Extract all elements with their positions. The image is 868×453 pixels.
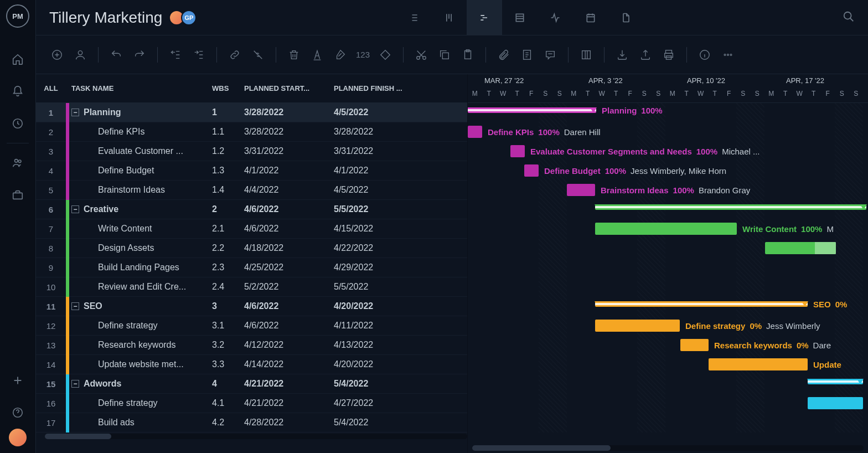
gantt-task-bar[interactable]: Evaluate Customer Segments and Needs100%… bbox=[510, 145, 525, 157]
gantt-row[interactable]: SEO0% bbox=[468, 297, 868, 316]
collapse-icon[interactable]: − bbox=[71, 380, 79, 388]
task-row[interactable]: 7 Write Content 2.1 4/6/2022 4/15/2022 bbox=[36, 219, 467, 239]
columns-button[interactable] bbox=[578, 47, 594, 63]
gantt-row[interactable]: Define strategy0%Jess Wimberly bbox=[468, 316, 868, 336]
print-button[interactable] bbox=[661, 47, 676, 63]
gantt-row[interactable] bbox=[468, 413, 868, 433]
finish-cell[interactable]: 4/20/2022 bbox=[334, 359, 423, 369]
start-cell[interactable]: 4/12/2022 bbox=[244, 340, 334, 350]
task-name-cell[interactable]: − Adwords bbox=[69, 379, 212, 389]
finish-cell[interactable]: 5/5/2022 bbox=[334, 204, 423, 214]
task-name-cell[interactable]: Define strategy bbox=[69, 398, 212, 408]
finish-cell[interactable]: 5/5/2022 bbox=[334, 282, 423, 292]
start-cell[interactable]: 4/28/2022 bbox=[244, 418, 334, 428]
start-cell[interactable]: 3/31/2022 bbox=[244, 146, 334, 156]
gantt-row[interactable] bbox=[468, 239, 868, 258]
task-name-cell[interactable]: Update website met... bbox=[69, 359, 212, 369]
attachment-button[interactable] bbox=[496, 47, 512, 63]
gantt-row[interactable] bbox=[468, 277, 868, 297]
info-button[interactable] bbox=[697, 47, 712, 63]
task-name-cell[interactable]: Define Budget bbox=[69, 166, 212, 176]
collapse-icon[interactable]: − bbox=[71, 109, 79, 116]
start-cell[interactable]: 4/21/2022 bbox=[244, 398, 334, 408]
briefcase-icon[interactable] bbox=[12, 189, 24, 201]
gantt-row[interactable]: Brainstorm Ideas100%Brandon Gray bbox=[468, 181, 868, 200]
finish-cell[interactable]: 4/15/2022 bbox=[334, 224, 423, 234]
task-name-cell[interactable]: − SEO bbox=[69, 301, 212, 311]
gantt-row[interactable]: Update bbox=[468, 355, 868, 374]
bell-icon[interactable] bbox=[12, 85, 24, 97]
start-cell[interactable]: 4/4/2022 bbox=[244, 185, 334, 195]
col-all[interactable]: ALL bbox=[36, 84, 66, 92]
start-cell[interactable]: 4/6/2022 bbox=[244, 224, 334, 234]
notes-button[interactable] bbox=[519, 47, 535, 63]
gantt-task-bar[interactable]: Write Content100%M bbox=[595, 223, 737, 235]
start-cell[interactable]: 4/14/2022 bbox=[244, 359, 334, 369]
clear-format-button[interactable] bbox=[333, 47, 348, 63]
gantt-row[interactable]: Define KPIs100%Daren Hill bbox=[468, 122, 868, 142]
gantt-row[interactable] bbox=[468, 394, 868, 413]
task-row[interactable]: 8 Design Assets 2.2 4/18/2022 4/22/2022 bbox=[36, 239, 467, 258]
task-row[interactable]: 5 Brainstorm Ideas 1.4 4/4/2022 4/5/2022 bbox=[36, 181, 467, 200]
task-name-cell[interactable]: − Creative bbox=[69, 204, 212, 214]
cut-button[interactable] bbox=[414, 47, 429, 63]
member-avatars[interactable]: GP bbox=[172, 10, 197, 25]
col-wbs[interactable]: WBS bbox=[212, 84, 244, 92]
finish-cell[interactable]: 4/5/2022 bbox=[334, 107, 423, 117]
gantt-task-bar[interactable]: Define Budget100%Jess Wimberly, Mike Hor… bbox=[524, 164, 539, 177]
app-logo[interactable]: PM bbox=[6, 4, 29, 28]
gantt-task-bar[interactable]: Update bbox=[709, 358, 808, 370]
paste-button[interactable] bbox=[460, 47, 476, 63]
task-row[interactable]: 10 Review and Edit Cre... 2.4 5/2/2022 5… bbox=[36, 277, 467, 297]
grid-scrollbar[interactable] bbox=[45, 434, 467, 439]
task-name-cell[interactable]: Research keywords bbox=[69, 340, 212, 350]
delete-button[interactable] bbox=[286, 47, 302, 63]
task-row[interactable]: 15 − Adwords 4 4/21/2022 5/4/2022 bbox=[36, 374, 467, 394]
gantt-scrollbar[interactable] bbox=[472, 445, 864, 451]
gantt-task-bar[interactable]: Define strategy0%Jess Wimberly bbox=[595, 320, 680, 332]
gantt-view-tab[interactable] bbox=[467, 0, 502, 35]
file-view-tab[interactable] bbox=[608, 0, 644, 35]
col-start[interactable]: PLANNED START... bbox=[244, 84, 334, 92]
col-name[interactable]: TASK NAME bbox=[66, 84, 212, 92]
gantt-row[interactable]: Research keywords0%Dare bbox=[468, 336, 868, 355]
redo-button[interactable] bbox=[132, 47, 147, 63]
finish-cell[interactable]: 3/28/2022 bbox=[334, 127, 423, 137]
task-row[interactable]: 17 Build ads 4.2 4/28/2022 5/4/2022 bbox=[36, 413, 467, 433]
finish-cell[interactable]: 4/20/2022 bbox=[334, 301, 423, 311]
copy-button[interactable] bbox=[437, 47, 452, 63]
link-button[interactable] bbox=[227, 47, 242, 63]
add-task-button[interactable] bbox=[49, 47, 65, 63]
undo-button[interactable] bbox=[108, 47, 124, 63]
task-row[interactable]: 6 − Creative 2 4/6/2022 5/5/2022 bbox=[36, 200, 467, 219]
indent-button[interactable] bbox=[191, 47, 206, 63]
task-name-cell[interactable]: Define strategy bbox=[69, 321, 212, 331]
task-row[interactable]: 11 − SEO 3 4/6/2022 4/20/2022 bbox=[36, 297, 467, 316]
start-cell[interactable]: 4/6/2022 bbox=[244, 321, 334, 331]
finish-cell[interactable]: 4/5/2022 bbox=[334, 185, 423, 195]
sheet-view-tab[interactable] bbox=[502, 0, 538, 35]
gantt-task-bar[interactable] bbox=[765, 242, 836, 254]
gantt-row[interactable]: Planning100% bbox=[468, 103, 868, 122]
task-name-cell[interactable]: Evaluate Customer ... bbox=[69, 146, 212, 156]
add-icon[interactable] bbox=[12, 374, 24, 387]
import-button[interactable] bbox=[614, 47, 630, 63]
task-name-cell[interactable]: Review and Edit Cre... bbox=[69, 282, 212, 292]
gantt-row[interactable]: Write Content100%M bbox=[468, 219, 868, 239]
task-name-cell[interactable]: Build ads bbox=[69, 418, 212, 428]
text-color-button[interactable] bbox=[309, 47, 325, 63]
outdent-button[interactable] bbox=[168, 47, 183, 63]
gantt-task-bar[interactable] bbox=[808, 397, 863, 409]
help-icon[interactable] bbox=[12, 406, 24, 419]
task-row[interactable]: 16 Define strategy 4.1 4/21/2022 4/27/20… bbox=[36, 394, 467, 413]
collapse-icon[interactable]: − bbox=[71, 302, 79, 310]
task-row[interactable]: 9 Build Landing Pages 2.3 4/25/2022 4/29… bbox=[36, 258, 467, 277]
activity-view-tab[interactable] bbox=[538, 0, 573, 35]
finish-cell[interactable]: 4/27/2022 bbox=[334, 398, 423, 408]
clock-icon[interactable] bbox=[12, 117, 24, 130]
task-name-cell[interactable]: Brainstorm Ideas bbox=[69, 185, 212, 195]
gantt-row[interactable]: Evaluate Customer Segments and Needs100%… bbox=[468, 142, 868, 161]
task-row[interactable]: 12 Define strategy 3.1 4/6/2022 4/11/202… bbox=[36, 316, 467, 336]
finish-cell[interactable]: 4/22/2022 bbox=[334, 243, 423, 253]
gantt-row[interactable] bbox=[468, 374, 868, 394]
